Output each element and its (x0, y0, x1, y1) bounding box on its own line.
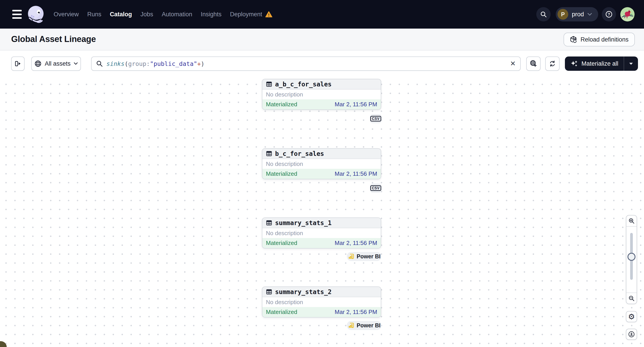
asset-selection-search-input[interactable]: sinks(group:"public_data"+) ✕ (91, 56, 521, 71)
status-badge: Materialized (266, 309, 297, 316)
nav-item-label: Insights (201, 11, 222, 18)
nav-item-runs[interactable]: Runs (87, 11, 102, 18)
asset-filter-label: All assets (45, 60, 70, 67)
kind-badge-power-bi[interactable]: Power BI (347, 321, 382, 330)
nav-item-label: Automation (162, 11, 192, 18)
asset-description: No description (266, 230, 303, 237)
nav-item-label: Overview (54, 11, 79, 18)
materialize-all-split-button: Materialize all (565, 56, 638, 71)
power-bi-label: Power BI (357, 253, 380, 260)
chevron-down-icon (588, 13, 592, 16)
nav-item-deployment[interactable]: Deployment (230, 11, 272, 18)
chevron-down-icon (74, 62, 78, 65)
nav-item-automation[interactable]: Automation (162, 11, 192, 18)
csv-icon: CSV (370, 185, 381, 191)
kind-badge-csv[interactable]: CSV (370, 114, 382, 123)
nav-item-catalog[interactable]: Catalog (110, 11, 132, 18)
refresh-icon[interactable] (545, 56, 560, 71)
materialize-options-caret[interactable] (624, 56, 638, 71)
status-badge: Materialized (266, 240, 297, 247)
materialization-timestamp[interactable]: Mar 2, 11:56 PM (335, 101, 377, 108)
power-bi-label: Power BI (357, 322, 380, 329)
table-icon (266, 81, 272, 87)
asset-node-header: a_b_c_for_sales (262, 79, 381, 89)
reload-definitions-button[interactable]: Reload definitions (564, 32, 635, 46)
query-operator: + (197, 60, 201, 67)
asset-status-row: Materialized Mar 2, 11:56 PM (262, 99, 381, 109)
page-header: Global Asset Lineage Reload definitions (0, 28, 644, 50)
environment-name: prod (572, 11, 584, 18)
asset-description: No description (266, 299, 303, 306)
asset-description: No description (266, 161, 303, 167)
csv-icon: CSV (370, 116, 381, 122)
asset-node-b-c-for-sales[interactable]: b_c_for_sales No description Materialize… (262, 148, 381, 179)
add-to-selection-button[interactable] (526, 56, 540, 71)
materialization-timestamp[interactable]: Mar 2, 11:56 PM (335, 170, 377, 177)
status-badge: Materialized (266, 101, 297, 108)
download-graph-icon[interactable] (626, 329, 637, 340)
nav-item-jobs[interactable]: Jobs (140, 11, 153, 18)
nav-item-overview[interactable]: Overview (54, 11, 79, 18)
nav-item-label: Jobs (140, 11, 153, 18)
primary-nav: Overview Runs Catalog Jobs Automation In… (54, 0, 272, 28)
asset-description: No description (266, 91, 303, 98)
kind-badge-power-bi[interactable]: Power BI (347, 252, 382, 261)
asset-node-summary-stats-2[interactable]: summary_stats_2 No description Materiali… (262, 287, 381, 318)
nav-item-label: Deployment (230, 11, 262, 18)
query-function: sinks (106, 60, 124, 67)
reload-icon (570, 36, 578, 43)
zoom-out-icon[interactable] (626, 293, 637, 304)
table-icon (266, 220, 272, 226)
asset-name: summary_stats_2 (275, 288, 332, 296)
magnifier-icon (96, 60, 103, 67)
asset-status-row: Materialized Mar 2, 11:56 PM (262, 307, 381, 317)
asset-name: b_c_for_sales (275, 150, 324, 157)
materialization-timestamp[interactable]: Mar 2, 11:56 PM (335, 309, 377, 316)
open-sidebar-button[interactable] (11, 56, 24, 71)
hamburger-menu-icon[interactable] (12, 10, 22, 19)
sparkles-icon (570, 60, 578, 68)
warning-icon (265, 11, 272, 18)
asset-name: a_b_c_for_sales (275, 81, 332, 88)
asset-status-row: Materialized Mar 2, 11:56 PM (262, 238, 381, 248)
query-paren: ( (124, 60, 128, 67)
nav-item-insights[interactable]: Insights (201, 11, 222, 18)
status-badge: Materialized (266, 170, 297, 177)
table-icon (266, 150, 272, 157)
asset-node-header: summary_stats_1 (262, 218, 381, 228)
query-value: "public_data" (150, 60, 197, 67)
svg-text:?: ? (608, 12, 610, 16)
query-text: sinks(group:"public_data"+) (106, 60, 204, 67)
search-icon[interactable] (536, 7, 550, 21)
asset-node-a-b-c-for-sales[interactable]: a_b_c_for_sales No description Materiali… (262, 79, 381, 110)
table-icon (266, 289, 272, 295)
environment-switcher[interactable]: P prod (556, 7, 598, 21)
help-icon[interactable]: ? (602, 7, 616, 21)
page-title: Global Asset Lineage (11, 34, 96, 44)
asset-node-header: summary_stats_2 (262, 287, 381, 297)
nav-item-label: Runs (87, 11, 102, 18)
avatar[interactable] (620, 7, 634, 21)
power-bi-icon (348, 253, 354, 260)
asset-node-summary-stats-1[interactable]: summary_stats_1 No description Materiali… (262, 218, 381, 249)
graph-settings-gear-icon[interactable]: ⚙ (626, 311, 637, 322)
zoom-in-icon[interactable] (626, 216, 637, 227)
lineage-canvas[interactable]: All assets sinks(group:"public_data"+) ✕ (0, 50, 644, 347)
asset-name: summary_stats_1 (275, 219, 332, 227)
asset-filter-dropdown[interactable]: All assets (31, 56, 81, 71)
query-paren: ) (201, 60, 204, 67)
globe-icon (34, 60, 42, 67)
query-attribute: group: (128, 60, 150, 67)
clear-search-icon[interactable]: ✕ (510, 60, 516, 67)
materialize-all-label: Materialize all (582, 60, 618, 67)
environment-initial: P (558, 9, 568, 20)
asset-status-row: Materialized Mar 2, 11:56 PM (262, 169, 381, 179)
zoom-slider-handle[interactable] (628, 253, 636, 261)
materialize-all-button[interactable]: Materialize all (565, 56, 624, 71)
power-bi-icon (348, 322, 354, 329)
materialization-timestamp[interactable]: Mar 2, 11:56 PM (335, 240, 377, 247)
dagster-logo[interactable] (26, 4, 46, 24)
zoom-control-panel (626, 215, 637, 304)
kind-badge-csv[interactable]: CSV (370, 184, 382, 193)
zoom-slider (626, 227, 637, 293)
